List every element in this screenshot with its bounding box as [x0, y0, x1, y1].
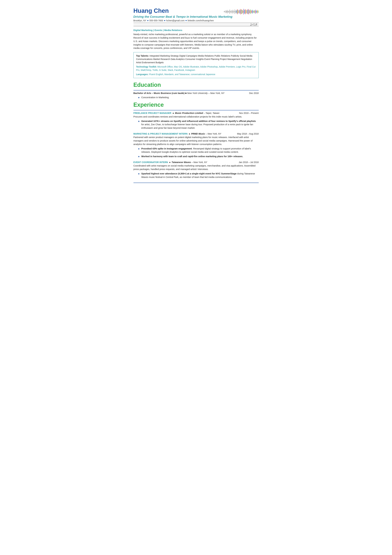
- svg-rect-50: [255, 10, 256, 14]
- svg-rect-37: [247, 9, 248, 14]
- svg-rect-18: [235, 10, 236, 13]
- svg-rect-36: [247, 10, 247, 13]
- exp-location-0: – Taipei, Taiwan: [204, 112, 219, 114]
- exp-title-2: EVENT COORDINATOR INTERN: [133, 161, 168, 163]
- svg-rect-0: [224, 11, 224, 12]
- exp-bullet-0-0: ❖ Generated 107K+ streams on Spotify and…: [138, 120, 259, 130]
- exp-desc-0: Procures and coordinates remixes and int…: [133, 115, 259, 119]
- top-talents-label: Top Talents:: [136, 55, 149, 57]
- edu-school: New York University – New York, NY: [187, 92, 225, 95]
- bullet-icon: ❖: [138, 155, 140, 158]
- exp-title-1: MARKETING & PROJECT MANAGEMENT INTERN: [133, 132, 188, 135]
- svg-rect-20: [237, 10, 237, 14]
- bullet-icon: ❖: [138, 147, 140, 151]
- svg-rect-35: [246, 10, 246, 14]
- svg-rect-51: [256, 10, 256, 13]
- exp-entry-0: FREELANCE PROJECT MANAGER ■ Music Produc…: [133, 111, 259, 130]
- specialty-label: Digital Marketing | Events | Media Relat…: [133, 29, 259, 32]
- exp-desc-1: Partnered with senior product managers o…: [133, 136, 259, 146]
- exp-dates-2: Jan 2018 – Jul 2018: [239, 161, 259, 164]
- svg-rect-8: [229, 11, 229, 12]
- exp-title-line-2: EVENT COORDINATOR INTERN ■ Taiwanese Wav…: [133, 161, 259, 164]
- exp-bullet-text-1-0: Provoked 43% spike in Instagram engageme…: [141, 147, 259, 154]
- exp-bullet-text-1-1: Worked in harmony with team to craft and…: [141, 155, 243, 158]
- candidate-name: Huang Chen: [133, 7, 169, 14]
- tagline: Driving the Consumer Beat & Tempo in Int…: [133, 15, 259, 19]
- summary-text: Newly-minted, niche marketing profession…: [133, 33, 259, 50]
- svg-rect-1: [225, 11, 225, 12]
- svg-rect-26: [240, 9, 241, 15]
- education-section: Education Bachelor of Arts – Music Busin…: [133, 81, 259, 99]
- bullet-icon: ❖: [138, 120, 140, 123]
- svg-rect-11: [231, 11, 231, 12]
- tech-para: Technology Toolkit: Microsoft Office, Ma…: [136, 65, 256, 72]
- waveform-decoration: [224, 8, 259, 15]
- svg-rect-34: [245, 9, 246, 14]
- svg-rect-28: [242, 9, 242, 14]
- bullet-icon: ❖: [138, 172, 140, 175]
- exp-company-1: PRMD Music: [191, 132, 206, 135]
- contact-email: hchen@gmail.com: [166, 19, 185, 22]
- svg-rect-14: [233, 10, 233, 14]
- edu-entry-0: Bachelor of Arts – Music Business (cum l…: [133, 91, 259, 99]
- svg-rect-31: [244, 9, 244, 15]
- edu-bullet-text: Concentration in Marketing.: [141, 96, 169, 99]
- exp-bullet-text-0-0: Generated 107K+ streams on Spotify and i…: [141, 120, 259, 130]
- header: Huang Chen: [133, 7, 259, 15]
- svg-rect-10: [230, 11, 231, 13]
- experience-section: Experience FREELANCE PROJECT MANAGER ■ M…: [133, 101, 259, 179]
- top-talents-para: Top Talents: Integrated Marketing Strate…: [136, 54, 256, 64]
- sep2: ■: [164, 19, 165, 22]
- svg-rect-29: [242, 10, 243, 14]
- exp-desc-2: Coordinated with artist managers on soci…: [133, 164, 259, 171]
- exp-bullet-1-0: ❖ Provoked 43% spike in Instagram engage…: [138, 147, 259, 154]
- svg-rect-41: [250, 11, 250, 13]
- exp-location-1: – New York, NY: [206, 132, 221, 135]
- exp-company-2: Taiwanese Waves: [172, 161, 192, 163]
- svg-rect-42: [250, 9, 251, 14]
- exp-left-2: EVENT COORDINATOR INTERN ■ Taiwanese Wav…: [133, 161, 207, 164]
- education-heading: Education: [133, 81, 259, 89]
- contact-phone: 555-555-7600: [149, 19, 163, 22]
- svg-rect-13: [232, 11, 232, 13]
- exp-sep-0: ■: [173, 112, 174, 114]
- svg-rect-46: [253, 10, 253, 13]
- edu-date: Dec 2018: [249, 92, 259, 95]
- edu-sep: ■: [185, 92, 187, 95]
- svg-rect-32: [244, 9, 245, 14]
- exp-bullet-2-0: ❖ Sparked highest ever attendance (4,500…: [138, 172, 259, 179]
- top-talents-value: Integrated Marketing Strategy Digital Ca…: [136, 55, 253, 64]
- education-divider: [133, 90, 259, 90]
- edu-bullet-0: ❖ Concentration in Marketing.: [138, 96, 259, 99]
- edu-title-line: Bachelor of Arts – Music Business (cum l…: [133, 91, 259, 95]
- exp-title-0: FREELANCE PROJECT MANAGER: [133, 112, 171, 114]
- edu-degree: Bachelor of Arts – Music Business (cum l…: [133, 92, 225, 95]
- exp-sep-2: ■: [169, 161, 171, 163]
- svg-rect-19: [236, 11, 236, 13]
- svg-rect-23: [239, 11, 239, 13]
- svg-rect-2: [225, 12, 225, 12]
- svg-rect-40: [249, 10, 249, 14]
- experience-divider: [133, 110, 259, 110]
- sep3: ■: [185, 19, 187, 22]
- contact-linkedin: linkedin.com/in/huangchen: [188, 19, 214, 22]
- bullet-icon: ❖: [138, 96, 140, 99]
- edu-degree-line: Bachelor of Arts – Music Business (cum l…: [133, 91, 225, 95]
- svg-rect-22: [238, 10, 238, 14]
- svg-rect-5: [227, 10, 227, 14]
- svg-rect-38: [248, 10, 248, 14]
- svg-rect-21: [237, 9, 238, 14]
- svg-rect-33: [245, 10, 245, 13]
- svg-rect-15: [233, 11, 234, 13]
- svg-rect-24: [239, 10, 240, 14]
- exp-location-2: – New York, NY: [191, 161, 207, 163]
- svg-rect-45: [252, 10, 253, 14]
- exp-title-line-1: MARKETING & PROJECT MANAGEMENT INTERN ■ …: [133, 132, 259, 136]
- languages-value: Fluent English, Mandarin, and Taiwanese;…: [149, 73, 215, 76]
- music-staff: ♩♪♫♬: [133, 23, 259, 26]
- lang-para: Languages: Fluent English, Mandarin, and…: [136, 73, 256, 76]
- svg-rect-17: [235, 9, 235, 14]
- sep1: ■: [147, 19, 148, 22]
- svg-rect-16: [234, 11, 234, 12]
- svg-rect-48: [254, 10, 254, 13]
